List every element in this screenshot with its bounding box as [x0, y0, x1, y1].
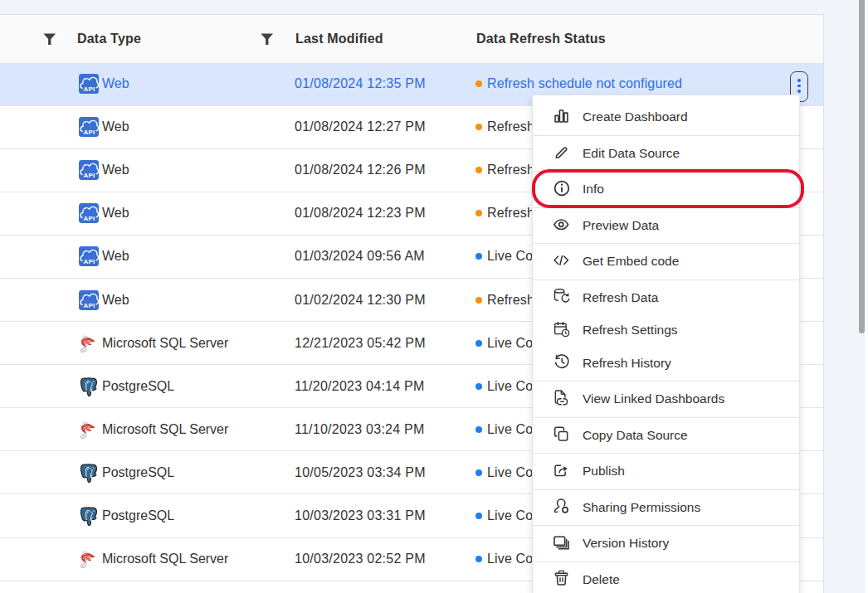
svg-text:API: API: [83, 259, 95, 266]
svg-text:API: API: [83, 302, 95, 309]
svg-text:API: API: [83, 172, 95, 179]
svg-text:API: API: [83, 85, 95, 93]
svg-text:API: API: [83, 129, 95, 136]
svg-text:API: API: [83, 216, 95, 223]
